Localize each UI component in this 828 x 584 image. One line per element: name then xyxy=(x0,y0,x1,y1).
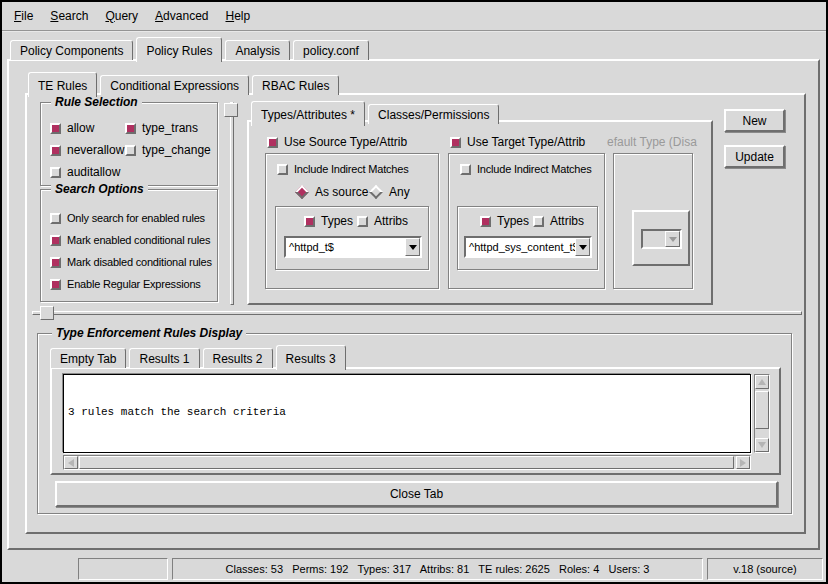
tab-conditional-expressions[interactable]: Conditional Expressions xyxy=(100,75,249,95)
vertical-scrollbar[interactable] xyxy=(754,374,770,453)
tab-types-attributes[interactable]: Types/Attributes * xyxy=(251,101,365,126)
checkbox-enable-regex[interactable]: Enable Regular Expressions xyxy=(50,278,201,290)
results-tab-bar: Empty Tab Results 1 Results 2 Results 3 xyxy=(50,345,349,368)
checkbox-indicator xyxy=(125,145,136,156)
target-type-combobox[interactable]: ^httpd_sys_content_t$ xyxy=(464,236,592,258)
menu-advanced[interactable]: Advanced xyxy=(155,9,208,23)
checkbox-target-types[interactable]: Types xyxy=(480,214,529,228)
tab-rbac-rules[interactable]: RBAC Rules xyxy=(252,75,339,95)
tab-analysis[interactable]: Analysis xyxy=(225,40,290,60)
tab-classes-permissions[interactable]: Classes/Permissions xyxy=(368,104,499,124)
menu-bar: File Search Query Advanced Help xyxy=(2,2,826,32)
close-tab-button[interactable]: Close Tab xyxy=(55,481,778,507)
menu-help[interactable]: Help xyxy=(225,9,250,23)
results-text-area[interactable]: 3 rules match the search criteria (5822)… xyxy=(63,374,751,453)
checkbox-mark-disabled-conditional[interactable]: Mark disabled conditional rules xyxy=(50,256,212,268)
scroll-left-button[interactable] xyxy=(64,456,78,469)
checkbox-indicator xyxy=(480,216,491,227)
checkbox-use-target-type[interactable]: Use Target Type/Attrib xyxy=(450,135,585,149)
search-options-group: Search Options Only search for enabled r… xyxy=(40,189,218,302)
arrow-up-icon xyxy=(758,379,766,385)
source-type-group: Include Indirect Matches As source Any T… xyxy=(265,153,439,289)
vertical-sash-handle[interactable] xyxy=(224,103,238,117)
tab-results-3[interactable]: Results 3 xyxy=(276,345,346,370)
checkbox-indicator xyxy=(50,279,61,290)
te-tab-bar: TE Rules Conditional Expressions RBAC Ru… xyxy=(28,72,342,95)
checkbox-indicator xyxy=(304,216,315,227)
target-types-attribs-group: Types Attribs ^httpd_sys_content_t$ xyxy=(457,206,598,270)
scroll-down-button[interactable] xyxy=(755,438,769,452)
target-type-combobox-value: ^httpd_sys_content_t$ xyxy=(466,241,575,253)
arrow-down-icon xyxy=(758,442,766,448)
default-type-label: efault Type (Disa xyxy=(607,135,701,150)
vertical-sash[interactable] xyxy=(230,102,234,305)
checkbox-neverallow[interactable]: neverallow xyxy=(50,143,124,157)
blank-line xyxy=(68,447,746,453)
checkbox-auditallow[interactable]: auditallow xyxy=(50,165,120,179)
policy-version-text: v.18 (source) xyxy=(733,563,796,575)
main-tab-bar: Policy Components Policy Rules Analysis … xyxy=(10,37,372,60)
scroll-up-button[interactable] xyxy=(755,375,769,389)
horizontal-scroll-thumb[interactable] xyxy=(79,456,734,469)
checkbox-indicator xyxy=(357,216,368,227)
checkbox-type-change[interactable]: type_change xyxy=(125,143,211,157)
vertical-scroll-thumb[interactable] xyxy=(755,391,769,429)
checkbox-label: Mark disabled conditional rules xyxy=(67,256,212,268)
tab-policy-components[interactable]: Policy Components xyxy=(10,40,133,60)
source-type-combobox[interactable]: ^httpd_t$ xyxy=(284,236,422,258)
radio-indicator xyxy=(295,185,309,199)
radio-label: Any xyxy=(389,185,410,199)
checkbox-label: Attribs xyxy=(550,214,584,228)
checkbox-source-indirect[interactable]: Include Indirect Matches xyxy=(277,163,408,175)
checkbox-indicator xyxy=(460,164,471,175)
checkbox-label: Use Target Type/Attrib xyxy=(467,135,585,149)
update-button[interactable]: Update xyxy=(724,145,785,168)
tab-policy-conf[interactable]: policy.conf xyxy=(293,40,369,60)
checkbox-indicator xyxy=(450,137,461,148)
default-type-inner-box xyxy=(632,210,690,266)
checkbox-source-attribs[interactable]: Attribs xyxy=(357,214,408,228)
scroll-right-button[interactable] xyxy=(736,456,750,469)
horizontal-sash-handle[interactable] xyxy=(40,306,54,320)
app-window: File Search Query Advanced Help Policy C… xyxy=(0,0,828,584)
checkbox-mark-enabled-conditional[interactable]: Mark enabled conditional rules xyxy=(50,234,210,246)
radio-indicator xyxy=(369,185,383,199)
horizontal-sash[interactable] xyxy=(32,311,802,315)
menu-file[interactable]: File xyxy=(14,9,33,23)
checkbox-indicator xyxy=(277,164,288,175)
checkbox-label: allow xyxy=(67,121,94,135)
checkbox-indicator xyxy=(50,145,61,156)
arrow-right-icon xyxy=(740,459,746,467)
new-button[interactable]: New xyxy=(724,109,785,132)
radio-any[interactable]: Any xyxy=(369,185,410,199)
menu-search[interactable]: Search xyxy=(50,9,88,23)
radio-as-source[interactable]: As source xyxy=(295,185,368,199)
checkbox-indicator xyxy=(267,137,278,148)
checkbox-source-types[interactable]: Types xyxy=(304,214,353,228)
dropdown-arrow-icon[interactable] xyxy=(405,238,420,256)
arrow-left-icon xyxy=(68,459,74,467)
tab-results-2[interactable]: Results 2 xyxy=(203,348,273,368)
checkbox-label: Only search for enabled rules xyxy=(67,212,205,224)
checkbox-indicator xyxy=(533,216,544,227)
checkbox-indicator xyxy=(50,213,61,224)
checkbox-only-enabled-rules[interactable]: Only search for enabled rules xyxy=(50,212,205,224)
tab-te-rules[interactable]: TE Rules xyxy=(28,72,97,97)
default-type-combobox xyxy=(641,229,682,249)
checkbox-allow[interactable]: allow xyxy=(50,121,94,135)
checkbox-target-attribs[interactable]: Attribs xyxy=(533,214,584,228)
results-display-group: Type Enforcement Rules Display Empty Tab… xyxy=(37,333,792,514)
checkbox-indicator xyxy=(125,123,136,134)
rule-selection-title: Rule Selection xyxy=(51,95,142,109)
checkbox-target-indirect[interactable]: Include Indirect Matches xyxy=(460,163,591,175)
horizontal-scrollbar[interactable] xyxy=(63,455,751,470)
types-attributes-frame: Use Source Type/Attrib Include Indirect … xyxy=(247,120,713,305)
tab-policy-rules[interactable]: Policy Rules xyxy=(136,37,222,62)
dropdown-arrow-icon[interactable] xyxy=(575,238,590,256)
status-segment-empty xyxy=(78,558,168,580)
tab-results-1[interactable]: Results 1 xyxy=(129,348,199,368)
checkbox-type-trans[interactable]: type_trans xyxy=(125,121,198,135)
menu-query[interactable]: Query xyxy=(105,9,138,23)
tab-empty-tab[interactable]: Empty Tab xyxy=(50,348,126,368)
checkbox-use-source-type[interactable]: Use Source Type/Attrib xyxy=(267,135,407,149)
